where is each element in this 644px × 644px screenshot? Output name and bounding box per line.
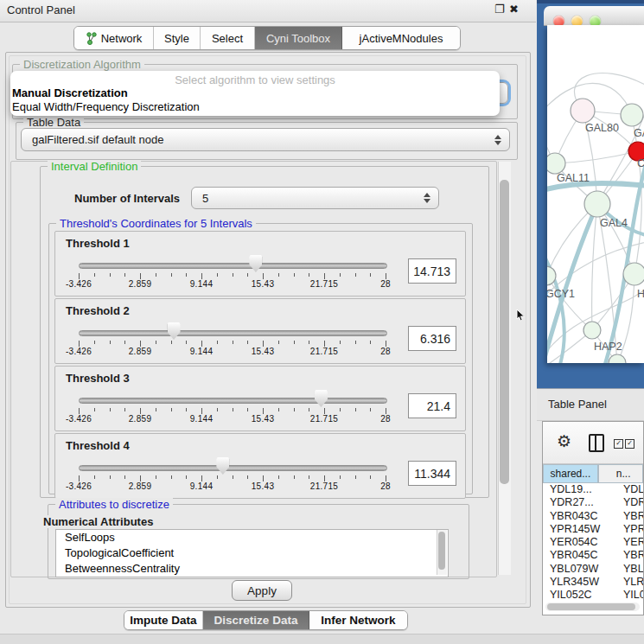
cell-shared-name[interactable]: YBR045C <box>543 549 619 562</box>
table-row[interactable]: YDL19...YDL19... <box>543 483 643 496</box>
column-visibility-icon[interactable] <box>589 434 604 452</box>
gear-icon[interactable]: ⚙ <box>557 431 571 451</box>
cell-name[interactable]: YBR045C <box>619 549 643 562</box>
cell-shared-name[interactable]: YDL19... <box>543 483 619 496</box>
cell-name[interactable]: YBR043C <box>619 510 643 523</box>
cell-name[interactable]: YER054C <box>619 536 643 549</box>
tab-select[interactable]: Select <box>201 27 255 49</box>
cell-shared-name[interactable]: YPR145W <box>543 523 619 536</box>
cell-shared-name[interactable]: YDR27... <box>543 496 619 509</box>
tab-jactivemnodules[interactable]: jActiveMNodules <box>342 27 460 49</box>
attribute-list-item[interactable]: BetweennessCentrality <box>56 561 448 577</box>
slider-tick <box>324 475 325 481</box>
scrollbar-thumb[interactable] <box>500 180 509 484</box>
tab-label: Select <box>212 32 243 45</box>
tab-impute-data[interactable]: Impute Data <box>124 611 203 629</box>
network-node-label: GAL11 <box>557 172 590 184</box>
network-node-gal4[interactable] <box>584 191 610 217</box>
table-row[interactable]: YPR145WYPR145W <box>543 523 643 536</box>
float-window-icon[interactable]: ❐ <box>494 3 505 16</box>
slider-thumb[interactable] <box>168 322 181 340</box>
slider-tick <box>217 341 218 344</box>
cell-shared-name[interactable]: YER054C <box>543 536 619 549</box>
attribute-list-item[interactable]: SelfLoops <box>56 530 448 545</box>
algorithm-option-manual[interactable]: Manual Discretization <box>10 86 500 100</box>
number-of-intervals-combobox[interactable]: 5 <box>191 187 439 209</box>
tab-network[interactable]: Network <box>74 27 154 49</box>
attribute-list-item[interactable]: TopologicalCoefficient <box>56 545 448 561</box>
network-node-gal80[interactable] <box>571 99 595 123</box>
column-header-name[interactable]: n... <box>598 464 643 483</box>
slider-thumb[interactable] <box>315 390 328 407</box>
table-row[interactable]: YBL079WYBL079W <box>543 563 643 576</box>
vertical-scrollbar[interactable] <box>498 162 511 575</box>
network-view-canvas[interactable]: GAL80GALCGAL11GAL4GCY1HHAP2 <box>547 25 644 363</box>
threshold-value-field[interactable]: 6.316 <box>408 326 456 351</box>
column-header-shared-name[interactable]: shared... <box>543 464 598 483</box>
list-scrollbar[interactable] <box>437 530 447 575</box>
threshold-value-field[interactable]: 21.4 <box>408 393 456 418</box>
cell-name[interactable]: YPR145W <box>619 523 643 536</box>
slider-tick <box>263 341 264 347</box>
table-data-combobox[interactable]: galFiltered.sif default node <box>21 128 510 151</box>
threshold-label: Threshold 1 <box>66 237 130 250</box>
list-scrollbar-thumb[interactable] <box>438 532 445 570</box>
cell-shared-name[interactable]: YBL079W <box>543 563 619 576</box>
cell-shared-name[interactable]: YBR043C <box>543 510 619 523</box>
tab-infer-network[interactable]: Infer Network <box>309 611 407 629</box>
table-row[interactable]: YER054CYER054C <box>543 536 643 549</box>
threshold-value-field[interactable]: 14.713 <box>408 258 456 284</box>
slider-track[interactable] <box>79 263 387 269</box>
network-node-gal11[interactable] <box>547 153 565 174</box>
slider-track[interactable] <box>79 465 387 471</box>
apply-button[interactable]: Apply <box>232 580 292 601</box>
slider-track[interactable] <box>79 330 387 336</box>
close-icon[interactable]: ✖ <box>509 3 519 16</box>
table-row[interactable]: YIL052CYIL052C <box>543 589 643 602</box>
slider-tick <box>324 341 325 347</box>
table-row[interactable]: YDR27...YDR27... <box>543 496 643 509</box>
slider-tick-label: 9.144 <box>190 279 214 289</box>
stepper-icon <box>494 135 501 145</box>
algorithm-option-equal-width[interactable]: Equal Width/Frequency Discretization <box>10 100 500 114</box>
slider-tick <box>110 341 111 344</box>
cell-name[interactable]: YDL19... <box>619 483 643 496</box>
slider-tick-label: 2.859 <box>129 481 152 491</box>
table-row[interactable]: YLR345WYLR345W <box>543 576 643 589</box>
slider-tick <box>294 475 295 479</box>
slider-tick <box>247 408 248 411</box>
slider-tick <box>278 273 279 277</box>
cell-shared-name[interactable]: YIL052C <box>543 589 619 602</box>
control-panel-titlebar: Control Panel ❐ ✖ <box>0 0 536 22</box>
network-node-gal[interactable] <box>621 104 643 126</box>
cell-shared-name[interactable]: YLR345W <box>543 576 619 589</box>
slider-tick <box>171 341 172 344</box>
slider-tick <box>217 408 218 411</box>
cell-name[interactable]: YIL052C <box>619 589 643 602</box>
slider-tick <box>217 273 218 277</box>
table-row[interactable]: YBR043CYBR043C <box>543 510 643 523</box>
network-node-hap2[interactable] <box>583 322 601 339</box>
thresholds-group-label: Threshold's Coordinates for 5 Intervals <box>56 217 256 230</box>
slider-track[interactable] <box>79 398 387 404</box>
slider-thumb[interactable] <box>249 255 262 272</box>
mouse-cursor <box>516 309 526 322</box>
tab-style[interactable]: Style <box>154 27 201 49</box>
checkbox-icon[interactable]: ✓ <box>625 439 634 449</box>
numerical-attributes-list[interactable]: SelfLoopsTopologicalCoefficientBetweenne… <box>55 529 449 577</box>
checkbox-icon[interactable]: ✓ <box>614 439 623 449</box>
threshold-value-field[interactable]: 11.344 <box>408 461 456 486</box>
slider-tick <box>263 408 264 414</box>
cell-name[interactable]: YDR27... <box>619 496 643 509</box>
network-node-h[interactable] <box>623 263 644 285</box>
cell-name[interactable]: YLR345W <box>619 576 643 589</box>
slider-tick <box>386 341 386 347</box>
hscrollbar-thumb[interactable] <box>547 603 635 610</box>
table-row[interactable]: YBR045CYBR045C <box>543 549 643 562</box>
slider-thumb[interactable] <box>216 457 229 475</box>
cell-name[interactable]: YBL079W <box>619 563 643 576</box>
tab-discretize-data[interactable]: Discretize Data <box>203 611 309 629</box>
tab-cyni-toolbox[interactable]: Cyni Toolbox <box>255 27 342 49</box>
table-horizontal-scrollbar[interactable] <box>545 603 640 611</box>
tab-label: Network <box>101 32 143 45</box>
